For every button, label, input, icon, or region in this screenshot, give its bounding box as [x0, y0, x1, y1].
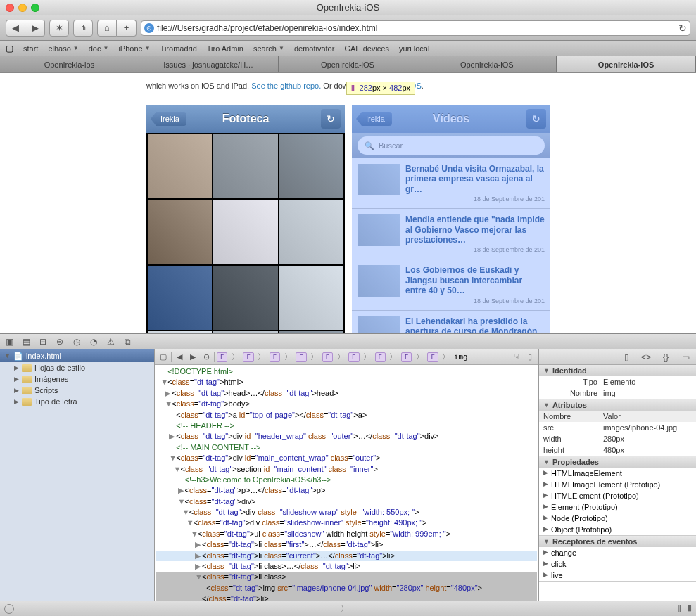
dom-tree-node[interactable]: ▼<class="dt-tag">body>: [156, 399, 537, 409]
bc-tag[interactable]: E: [217, 352, 227, 362]
bookmark-item[interactable]: Tiromadrid: [160, 44, 197, 53]
bc-tag[interactable]: E: [243, 352, 253, 362]
attribute-row[interactable]: width280px: [539, 433, 696, 444]
section-attributes[interactable]: ▼Atributos: [539, 399, 696, 411]
dom-tree[interactable]: <!DOCTYPE html> ▼<class="dt-tag">html> ▶…: [155, 365, 538, 601]
insp-code-icon[interactable]: <>: [640, 352, 652, 363]
add-button[interactable]: +: [117, 20, 137, 37]
dom-tree-node[interactable]: ▶<class="dt-tag">head>…</class="dt-tag">…: [156, 388, 537, 399]
property-row[interactable]: ▶Object (Prototipo): [539, 524, 696, 535]
bookmark-item[interactable]: start: [23, 44, 38, 53]
property-row[interactable]: ▶HTMLElement (Prototipo): [539, 490, 696, 501]
browser-tab[interactable]: OpenIrekia-iOS: [279, 56, 418, 72]
step-icon[interactable]: ▮: [688, 603, 692, 614]
insp-doc-icon[interactable]: ▯: [620, 352, 633, 363]
bookmark-item[interactable]: Tiro Admin: [207, 44, 243, 53]
sidebar-folder[interactable]: ▶Scripts: [0, 385, 154, 396]
dom-tree-node[interactable]: <class="dt-tag">img src="images/iphone-0…: [156, 583, 537, 593]
attribute-row[interactable]: srcimages/iphone-04.jpg: [539, 422, 696, 433]
bc-layout-icon[interactable]: ▯: [524, 352, 536, 363]
bookmarks-icon[interactable]: ▢: [6, 44, 13, 53]
reload-button[interactable]: ↻: [678, 23, 687, 34]
bookmark-item[interactable]: doc▼: [89, 44, 109, 53]
dt-profile-icon[interactable]: ◔: [87, 336, 100, 347]
bc-tag[interactable]: E: [348, 352, 359, 362]
bc-tag[interactable]: E: [401, 352, 412, 362]
bc-tag[interactable]: E: [322, 352, 333, 362]
github-link[interactable]: See the github repo.: [251, 82, 321, 90]
zoom-window-button[interactable]: [31, 4, 39, 12]
dom-tree-node[interactable]: ▶<class="dt-tag">div id="header_wrap" cl…: [156, 431, 537, 442]
back-button[interactable]: ◀: [6, 20, 25, 37]
dom-tree-node[interactable]: ▶<class="dt-tag">p>…</class="dt-tag">p>: [156, 485, 537, 496]
search-icon[interactable]: [4, 604, 14, 614]
bookmark-item[interactable]: iPhone▼: [118, 44, 150, 53]
browser-tab[interactable]: OpenIrekia-ios: [0, 56, 139, 72]
dom-tree-node[interactable]: <!-- HEADER -->: [156, 421, 537, 431]
dom-tree-node[interactable]: ▼<class="dt-tag">div class="slideshow-in…: [156, 518, 537, 528]
dom-tree-node[interactable]: <!DOCTYPE html>: [156, 366, 537, 377]
dom-tree-node[interactable]: </class="dt-tag">li>: [156, 593, 537, 601]
property-row[interactable]: ▶HTMLImageElement (Prototipo): [539, 479, 696, 490]
home-button[interactable]: ⌂: [97, 20, 117, 37]
browser-tab[interactable]: Issues · joshuagatcke/H…: [139, 56, 279, 72]
dom-tree-node[interactable]: ▼<class="dt-tag">div id="main_content_wr…: [156, 453, 537, 463]
property-row[interactable]: ▶Node (Prototipo): [539, 513, 696, 524]
dt-warn-icon[interactable]: ⚠: [104, 336, 117, 347]
bc-prev-icon[interactable]: ◀: [174, 352, 185, 363]
dom-tree-node[interactable]: ▼<class="dt-tag">html>: [156, 377, 537, 387]
sidebar-folder[interactable]: ▶Tipo de letra: [0, 396, 154, 407]
console-prompt-icon[interactable]: 〉: [341, 603, 348, 614]
dom-tree-node[interactable]: ▼<class="dt-tag">ul class="slideshow" wi…: [156, 529, 537, 539]
url-bar[interactable]: ⊙ file:///Users/gradha/project/efaber/op…: [141, 20, 690, 36]
dom-tree-node[interactable]: ▶<class="dt-tag">li class="first">…</cla…: [156, 539, 537, 550]
sidebar-folder[interactable]: ▶Imágenes: [0, 373, 154, 385]
bc-tag[interactable]: E: [296, 352, 306, 362]
bc-tag[interactable]: E: [375, 352, 386, 362]
dt-db-icon[interactable]: ⊜: [53, 336, 66, 347]
bc-tag[interactable]: E: [427, 352, 438, 362]
bc-next-icon[interactable]: ▶: [187, 352, 198, 363]
pause-icon[interactable]: ‖: [678, 603, 682, 614]
sidebar-folder[interactable]: ▶Hojas de estilo: [0, 362, 154, 373]
dom-tree-node[interactable]: ▼<class="dt-tag">li class>: [156, 572, 537, 582]
event-row[interactable]: ▶click: [539, 558, 696, 570]
attribute-row[interactable]: height480px: [539, 444, 696, 456]
bookmark-item[interactable]: GAE devices: [344, 44, 389, 53]
dt-console-icon[interactable]: ⧉: [121, 336, 134, 347]
bc-square-icon[interactable]: ▢: [158, 352, 169, 363]
dom-tree-node[interactable]: ▼<class="dt-tag">div>: [156, 496, 537, 507]
dt-elements-icon[interactable]: ▣: [3, 336, 15, 347]
forward-button[interactable]: ▶: [25, 20, 45, 37]
bc-hand-icon[interactable]: ☟: [511, 352, 522, 363]
bookmark-item[interactable]: search▼: [253, 44, 284, 53]
property-row[interactable]: ▶Element (Prototipo): [539, 501, 696, 513]
event-row[interactable]: ▶change: [539, 547, 696, 558]
dom-tree-node[interactable]: ▶<class="dt-tag">li class>…</class="dt-t…: [156, 561, 537, 572]
insp-braces-icon[interactable]: {}: [659, 352, 672, 363]
insp-ruler-icon[interactable]: ▭: [679, 352, 692, 363]
section-identity[interactable]: ▼Identidad: [539, 365, 696, 376]
dom-tree-node[interactable]: <!--h3>Welcome to OpenIrekia-iOS</h3-->: [156, 475, 537, 485]
bookmark-item[interactable]: yuri local: [399, 44, 429, 53]
property-row[interactable]: ▶HTMLImageElement: [539, 468, 696, 479]
browser-tab[interactable]: OpenIrekia-iOS: [557, 56, 696, 72]
dt-network-icon[interactable]: ⊟: [37, 336, 49, 347]
rss-button[interactable]: ⋔: [73, 20, 93, 37]
dom-tree-node[interactable]: <class="dt-tag">a id="top-of-page"></cla…: [156, 410, 537, 421]
dom-tree-node[interactable]: ▼<class="dt-tag">div class="slideshow-wr…: [156, 507, 537, 518]
bc-tag[interactable]: E: [270, 352, 280, 362]
dt-resources-icon[interactable]: ▤: [20, 336, 32, 347]
dom-tree-node[interactable]: ▶<class="dt-tag">li class="current">…</c…: [156, 551, 537, 561]
sidebar-file-header[interactable]: ▼ 📄 index.html: [0, 349, 154, 362]
minimize-window-button[interactable]: [18, 4, 27, 12]
event-row[interactable]: ▶live: [539, 570, 696, 581]
browser-tab[interactable]: OpenIrekia-iOS: [417, 56, 557, 72]
section-properties[interactable]: ▼Propiedades: [539, 456, 696, 468]
dt-timeline-icon[interactable]: ◷: [70, 336, 83, 347]
bookmark-item[interactable]: demotivator: [294, 44, 334, 53]
dom-tree-node[interactable]: ▼<class="dt-tag">section id="main_conten…: [156, 464, 537, 475]
bookmark-item[interactable]: elhaso▼: [48, 44, 78, 53]
dom-tree-node[interactable]: <!-- MAIN CONTENT -->: [156, 442, 537, 453]
bc-target-icon[interactable]: ⊙: [201, 352, 212, 363]
